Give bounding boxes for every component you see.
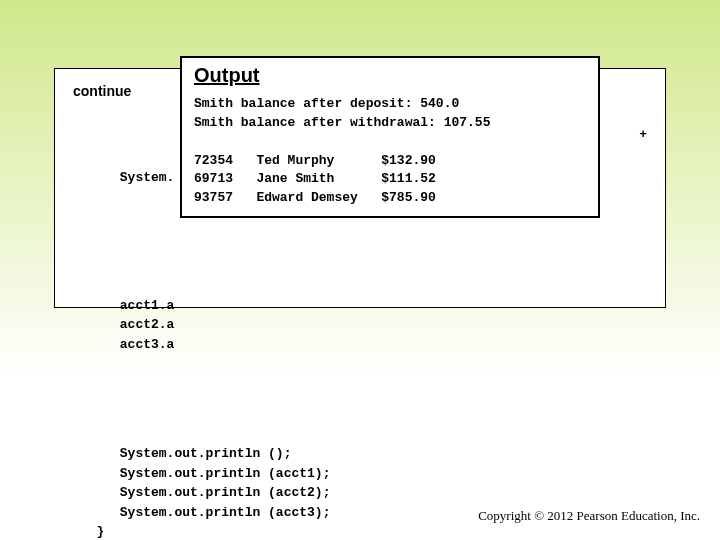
copyright-text: Copyright © 2012 Pearson Education, Inc. [478, 508, 700, 524]
output-body: Smith balance after deposit: 540.0 Smith… [194, 95, 586, 208]
code-plus-sign: + [639, 127, 647, 142]
code-visible: System.out.println (); System.out.printl… [73, 444, 330, 540]
output-title: Output [194, 64, 586, 87]
output-panel: Output Smith balance after deposit: 540.… [180, 56, 600, 218]
continue-label: continue [73, 83, 131, 99]
code-fragment-accts: acct1.a acct2.a acct3.a [73, 296, 330, 355]
